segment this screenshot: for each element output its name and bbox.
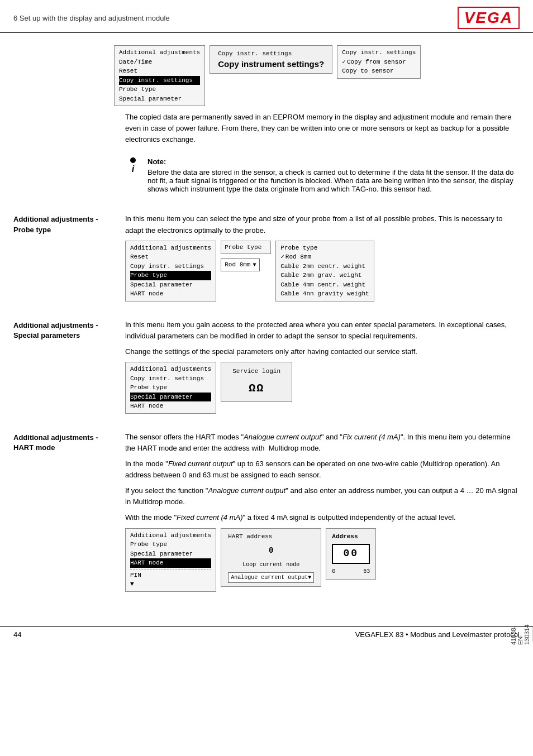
- page-header: 6 Set up with the display and adjustment…: [0, 0, 533, 33]
- special-intro: In this menu item you gain access to the…: [125, 319, 520, 342]
- probe-dropdown-row[interactable]: Rod 8mm ▼: [221, 259, 271, 271]
- probe-dropdown-value: Rod 8mm: [225, 260, 250, 270]
- probe-options-title: Probe type: [280, 245, 317, 251]
- note-text: Before the data are stored in the sensor…: [147, 168, 520, 193]
- probe-opt-cable4c[interactable]: Cable 4mm centr. weight: [280, 280, 369, 290]
- dialog-title: Copy instr. settings: [218, 50, 324, 57]
- special-section-label: Additional adjustments - Special paramet…: [13, 319, 125, 419]
- note-label-spacer: [13, 157, 125, 203]
- probe-intro: In this menu item you can select the typ…: [125, 213, 520, 236]
- opt-copy-to-sensor[interactable]: Copy to sensor: [342, 66, 416, 76]
- hart-para2: In the mode "Fixed current output" up to…: [125, 458, 520, 481]
- special-change-note: Change the settings of the special param…: [125, 346, 520, 357]
- probe-opt-cable4g[interactable]: Cable 4nn gravity weight: [280, 289, 369, 299]
- special-section-body: In this menu item you gain access to the…: [125, 319, 520, 419]
- service-code: ΩΩ: [232, 380, 280, 397]
- probe-options-box: Probe type Rod 8mm Cable 2mm centr. weig…: [275, 241, 374, 302]
- service-login-box: Service login ΩΩ: [221, 362, 292, 402]
- hart-address-box: HART address 0 Loop current node Analogu…: [221, 528, 321, 587]
- copy-dialog-box: Copy instr. settings Copy instrument set…: [210, 45, 332, 74]
- sp-menu-copy: Copy instr. settings: [130, 374, 211, 384]
- probe-menu-box: Additional adjustments Reset Copy instr.…: [125, 241, 216, 302]
- footer-product: VEGAFLEX 83 • Modbus and Levelmaster pro…: [355, 630, 520, 639]
- page-number: 44: [13, 630, 21, 639]
- probe-menu-probetype[interactable]: Probe type: [130, 271, 211, 280]
- probe-ui-row: Additional adjustments Reset Copy instr.…: [125, 241, 520, 302]
- probe-type-title: Probe type: [225, 244, 261, 251]
- note-icon: i: [125, 157, 141, 174]
- probe-menu-reset: Reset: [130, 252, 211, 262]
- addr-max: 63: [363, 567, 370, 576]
- note-section: i Note: Before the data are stored in th…: [13, 157, 520, 203]
- sp-menu-special[interactable]: Special parameter: [130, 393, 211, 402]
- probe-opt-rod8mm[interactable]: Rod 8mm: [280, 252, 369, 262]
- hart-address-value[interactable]: 0: [228, 544, 314, 558]
- copy-options-box: Copy instr. settings Copy from sensor Co…: [337, 45, 421, 79]
- probe-menu-special: Special parameter: [130, 280, 211, 290]
- dialog-text: Copy instrument settings?: [218, 59, 324, 69]
- hart-para1: The sensor offers the HART modes "Analog…: [125, 432, 520, 454]
- address-range: 0 63: [332, 567, 370, 576]
- hart-loop-dropdown[interactable]: Analogue current output ▼: [228, 572, 314, 583]
- hart-menu-pin: PIN: [130, 571, 211, 580]
- note-i-icon: i: [132, 164, 134, 174]
- probe-section-label: Additional adjustments - Probe type: [13, 213, 125, 307]
- probe-menu-copy: Copy instr. settings: [130, 262, 211, 271]
- section-hart: Additional adjustments - HART mode The s…: [13, 432, 520, 597]
- opt-copy-from-sensor[interactable]: Copy from sensor: [342, 58, 416, 67]
- probe-menu-additional: Additional adjustments: [130, 243, 211, 253]
- page-content: Additional adjustments Date/Time Reset C…: [0, 37, 533, 621]
- special-ui-row: Additional adjustments Copy instr. setti…: [125, 362, 520, 414]
- hart-ui-row: Additional adjustments Probe type Specia…: [125, 528, 520, 592]
- probe-dropdown[interactable]: Rod 8mm ▼: [221, 259, 260, 271]
- chapter-title: 6 Set up with the display and adjustment…: [13, 14, 170, 22]
- hart-menu-special: Special parameter: [130, 549, 211, 559]
- probe-section-body: In this menu item you can select the typ…: [125, 213, 520, 307]
- menu-item-special: Special parameter: [119, 94, 200, 104]
- note-body: Note: Before the data are stored in the …: [147, 157, 520, 193]
- hart-para4: With the mode "Fixed current (4 mA)" a f…: [125, 512, 520, 523]
- probe-menu-hart: HART node: [130, 289, 211, 299]
- probe-opt-cable2g[interactable]: Cable 2mm grav. weight: [280, 271, 369, 280]
- sp-menu-hart: HART node: [130, 401, 211, 411]
- dropdown-arrow-icon: ▼: [253, 261, 256, 270]
- hart-address-title: HART address: [228, 532, 314, 542]
- address-title: Address: [332, 532, 370, 542]
- note-dot: [130, 157, 136, 163]
- hart-section-body: The sensor offers the HART modes "Analog…: [125, 432, 520, 597]
- probe-opt-cable2c[interactable]: Cable 2mm centr. weight: [280, 262, 369, 271]
- top-paragraph: The copied data are permanently saved in…: [125, 112, 520, 150]
- probe-dropdown-container: Probe type Rod 8mm ▼: [221, 241, 271, 272]
- sidebar-id: 41838-EN-130314: [508, 627, 533, 642]
- hart-para3: If you select the function "Analogue cur…: [125, 485, 520, 508]
- address-display-value[interactable]: 00: [332, 544, 370, 564]
- hart-loop-label: Loop current node: [228, 561, 314, 570]
- address-display-box: Address 00 0 63: [326, 528, 376, 580]
- hart-menu-box: Additional adjustments Probe type Specia…: [125, 528, 216, 592]
- sp-menu-probe: Probe type: [130, 383, 211, 393]
- top-paragraph-section: The copied data are permanently saved in…: [13, 112, 520, 150]
- hart-menu-arrow: ▼: [130, 580, 211, 589]
- hart-menu-hart[interactable]: HART node: [130, 558, 211, 568]
- page-footer: 44 VEGAFLEX 83 • Modbus and Levelmaster …: [0, 626, 533, 642]
- sp-menu-additional: Additional adjustments: [130, 365, 211, 374]
- hart-menu-additional: Additional adjustments: [130, 531, 211, 540]
- special-menu-box: Additional adjustments Copy instr. setti…: [125, 362, 216, 414]
- copy-options-title: Copy instr. settings: [342, 49, 416, 56]
- addr-min: 0: [332, 567, 335, 576]
- top-label-spacer: [13, 112, 125, 150]
- top-menu-box: Additional adjustments Date/Time Reset C…: [114, 45, 205, 106]
- menu-item-copy-instr[interactable]: Copy instr. settings: [119, 76, 200, 85]
- section-probe: Additional adjustments - Probe type In t…: [13, 213, 520, 307]
- menu-item-datetime: Date/Time: [119, 58, 200, 67]
- menu-item-additional: Additional adjustments: [119, 48, 200, 58]
- hart-section-label: Additional adjustments - HART mode: [13, 432, 125, 597]
- probe-type-label-box: Probe type: [221, 241, 271, 255]
- hart-loop-value[interactable]: Analogue current output ▼: [228, 572, 314, 583]
- vega-logo: VEGA: [458, 7, 520, 29]
- top-ui-row: Additional adjustments Date/Time Reset C…: [114, 45, 520, 106]
- service-title: Service login: [232, 367, 280, 376]
- section-special: Additional adjustments - Special paramet…: [13, 319, 520, 419]
- menu-item-probetype: Probe type: [119, 85, 200, 94]
- hart-dropdown-arrow-icon: ▼: [308, 573, 311, 582]
